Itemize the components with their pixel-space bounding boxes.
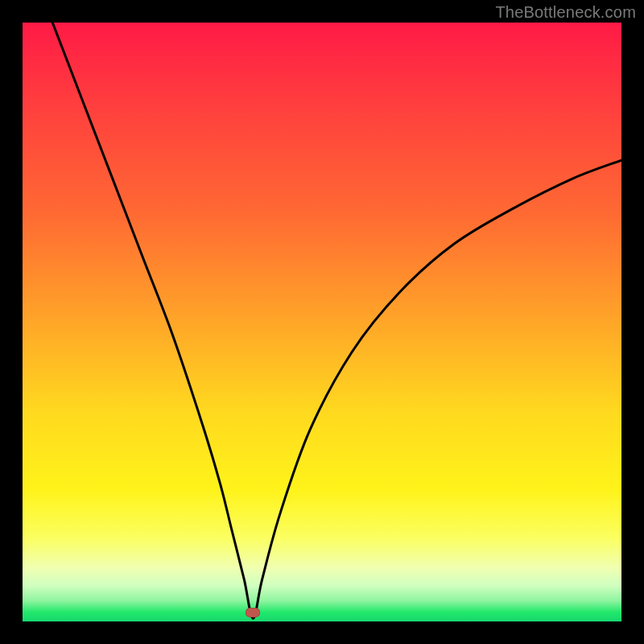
chart-container: TheBottleneck.com (0, 0, 644, 644)
watermark-text: TheBottleneck.com (495, 3, 636, 22)
optimal-point-marker (246, 608, 260, 617)
bottleneck-curve-path (52, 23, 621, 618)
plot-area (23, 23, 621, 621)
curve-svg (23, 23, 621, 621)
